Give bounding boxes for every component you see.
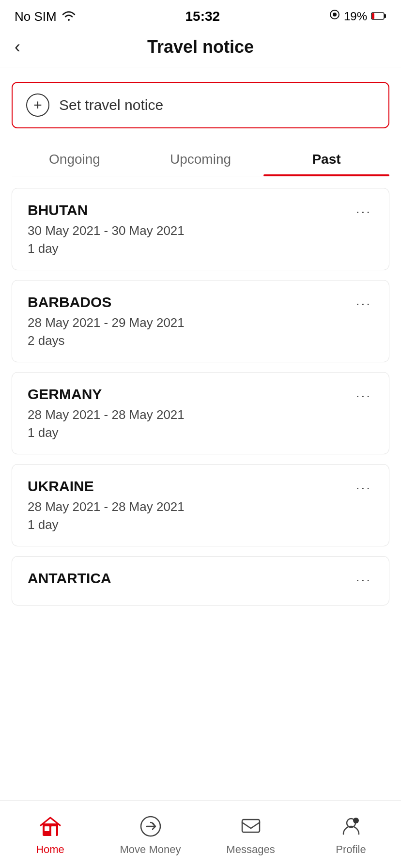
travel-card-bhutan: BHUTAN 30 May 2021 - 30 May 2021 1 day ·… — [12, 188, 389, 270]
tab-past[interactable]: Past — [263, 143, 389, 176]
travel-card-ukraine: UKRAINE 28 May 2021 - 28 May 2021 1 day … — [12, 464, 389, 546]
wifi-icon — [62, 9, 76, 24]
card-more-button[interactable]: ··· — [352, 570, 375, 589]
no-sim-label: No SIM — [15, 9, 57, 24]
status-right: 19% — [329, 9, 386, 24]
tab-ongoing[interactable]: Ongoing — [12, 143, 138, 176]
tab-upcoming[interactable]: Upcoming — [138, 143, 263, 176]
card-more-button[interactable]: ··· — [352, 294, 375, 313]
status-time: 15:32 — [185, 9, 220, 24]
set-travel-notice-button[interactable]: + Set travel notice — [12, 82, 389, 128]
battery-percent: 19% — [344, 10, 367, 23]
messages-icon — [238, 813, 264, 839]
nav-item-move-money[interactable]: Move Money — [100, 813, 200, 856]
status-left: No SIM — [15, 9, 76, 24]
tabs-container: Ongoing Upcoming Past — [12, 143, 389, 176]
nav-item-home[interactable]: Home — [0, 813, 100, 856]
status-bar: No SIM 15:32 19% — [0, 0, 401, 29]
card-more-button[interactable]: ··· — [352, 478, 375, 497]
svg-rect-7 — [51, 826, 56, 836]
move-money-icon — [138, 813, 164, 839]
card-dates: 30 May 2021 - 30 May 2021 — [28, 223, 352, 238]
travel-card-antartica: ANTARTICA ··· — [12, 556, 389, 605]
nav-item-profile[interactable]: Profile — [301, 813, 401, 856]
card-country: BARBADOS — [28, 294, 352, 310]
card-dates: 28 May 2021 - 28 May 2021 — [28, 499, 352, 514]
card-duration: 1 day — [28, 241, 352, 256]
nav-label-home: Home — [36, 843, 64, 856]
battery-icon — [371, 10, 386, 23]
nav-item-messages[interactable]: Messages — [200, 813, 301, 856]
plus-icon: + — [26, 93, 49, 117]
lock-icon — [329, 9, 340, 24]
card-duration: 2 days — [28, 333, 352, 348]
travel-card-barbados: BARBADOS 28 May 2021 - 29 May 2021 2 day… — [12, 280, 389, 362]
card-duration: 1 day — [28, 517, 352, 532]
svg-rect-6 — [45, 826, 49, 831]
card-more-button[interactable]: ··· — [352, 386, 375, 405]
profile-icon — [338, 813, 364, 839]
card-country: UKRAINE — [28, 478, 352, 495]
travel-card-germany: GERMANY 28 May 2021 - 28 May 2021 1 day … — [12, 372, 389, 454]
card-dates: 28 May 2021 - 28 May 2021 — [28, 407, 352, 422]
nav-header: ‹ Travel notice — [0, 29, 401, 67]
card-duration: 1 day — [28, 425, 352, 440]
svg-point-1 — [333, 13, 337, 16]
home-icon — [37, 813, 63, 839]
set-travel-notice-label: Set travel notice — [59, 97, 163, 113]
cards-container: BHUTAN 30 May 2021 - 30 May 2021 1 day ·… — [0, 176, 401, 664]
nav-label-messages: Messages — [226, 843, 275, 856]
card-country: ANTARTICA — [28, 570, 352, 587]
page-title: Travel notice — [147, 37, 254, 57]
card-country: GERMANY — [28, 386, 352, 403]
svg-rect-9 — [242, 820, 260, 832]
svg-rect-3 — [384, 14, 386, 18]
nav-label-profile: Profile — [336, 843, 366, 856]
back-button[interactable]: ‹ — [15, 37, 20, 57]
svg-rect-4 — [372, 13, 374, 19]
bottom-nav: Home Move Money Messages — [0, 800, 401, 868]
card-more-button[interactable]: ··· — [352, 202, 375, 221]
svg-point-12 — [354, 818, 358, 823]
card-dates: 28 May 2021 - 29 May 2021 — [28, 315, 352, 330]
nav-label-move-money: Move Money — [120, 843, 181, 856]
card-country: BHUTAN — [28, 202, 352, 218]
